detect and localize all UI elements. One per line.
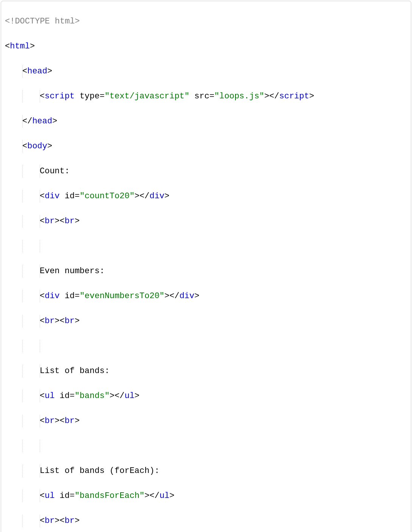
code-line: </head> [5, 115, 407, 128]
code-line: <!DOCTYPE html> [5, 15, 407, 28]
blank-line [5, 340, 407, 352]
blank-line [5, 240, 407, 252]
code-line: <div id="evenNumbersTo20"></div> [5, 290, 407, 302]
code-line: Count: [5, 165, 407, 177]
code-line: <script type="text/javascript" src="loop… [5, 90, 407, 103]
doctype-text: <!DOCTYPE html> [5, 17, 80, 26]
code-line: <head> [5, 65, 407, 78]
code-line: <br><br> [5, 215, 407, 227]
code-block: <!DOCTYPE html> <html> <head> <script ty… [1, 1, 411, 532]
code-line: <br><br> [5, 415, 407, 427]
code-line: List of bands: [5, 365, 407, 377]
code-line: <ul id="bands"></ul> [5, 390, 407, 402]
code-line: <br><br> [5, 315, 407, 327]
code-line: <br><br> [5, 515, 407, 527]
code-line: <body> [5, 140, 407, 152]
code-line: <div id="countTo20"></div> [5, 190, 407, 202]
code-line: List of bands (forEach): [5, 465, 407, 477]
code-line: <html> [5, 40, 407, 53]
code-line: <ul id="bandsForEach"></ul> [5, 490, 407, 502]
blank-line [5, 440, 407, 452]
code-line: Even numbers: [5, 265, 407, 277]
